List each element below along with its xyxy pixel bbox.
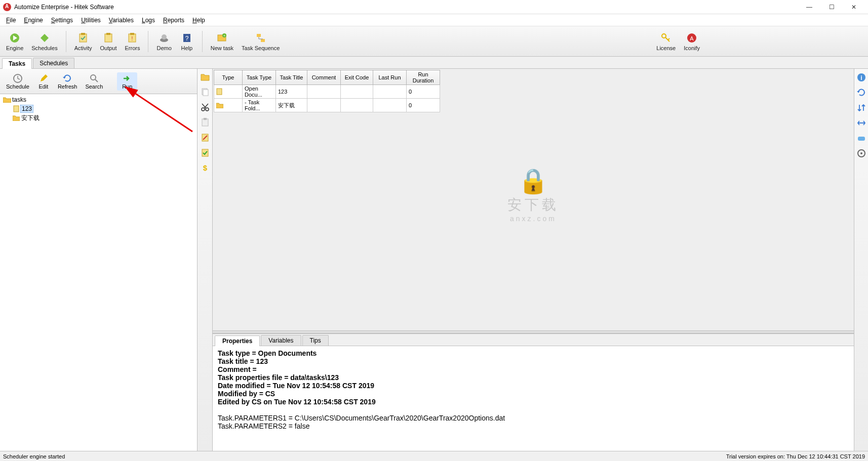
- middle-toolbar: $: [198, 69, 213, 451]
- task-table[interactable]: TypeTask TypeTask TitleCommentExit CodeL…: [214, 70, 440, 112]
- file-icon: [214, 85, 243, 99]
- left-toolbar: Schedule Edit Refresh Search Run: [0, 69, 197, 94]
- toolbar-spacer: [107, 80, 117, 82]
- activity-button[interactable]: Activity: [70, 31, 96, 52]
- tab-row: Tasks Schedules: [0, 57, 868, 69]
- svg-point-11: [162, 34, 167, 39]
- info-button[interactable]: i: [856, 72, 867, 83]
- menu-utilities[interactable]: Utilities: [77, 16, 105, 25]
- menu-logs[interactable]: Logs: [138, 16, 159, 25]
- dtab-tips[interactable]: Tips: [302, 335, 329, 346]
- task-tree[interactable]: tasks 123 安下载: [0, 94, 197, 451]
- maximize-button[interactable]: ☐: [820, 1, 843, 13]
- col-task-title[interactable]: Task Title: [276, 70, 307, 85]
- svg-rect-18: [261, 39, 265, 42]
- table-row[interactable]: - Task Fold...安下载0: [214, 99, 440, 112]
- folder-icon: [201, 73, 210, 81]
- col-exit-code[interactable]: Exit Code: [341, 70, 373, 85]
- table-row[interactable]: Open Docu...1230: [214, 85, 440, 99]
- col-last-run[interactable]: Last Run: [373, 70, 407, 85]
- clock-icon: [13, 73, 23, 83]
- width-button[interactable]: [856, 117, 867, 129]
- col-comment[interactable]: Comment: [307, 70, 341, 85]
- tree-item-anxz[interactable]: 安下载: [11, 113, 195, 122]
- license-button[interactable]: License: [652, 31, 680, 52]
- col-run-duration[interactable]: Run Duration: [407, 70, 440, 85]
- property-line: Task properties file = data\tasks\123: [218, 373, 849, 382]
- svg-text:i: i: [860, 74, 862, 81]
- menu-help[interactable]: Help: [188, 16, 209, 25]
- tab-schedules[interactable]: Schedules: [33, 58, 74, 68]
- search-button[interactable]: Search: [81, 72, 107, 91]
- folder-icon: [12, 114, 20, 121]
- detail-tab-row: Properties Variables Tips: [213, 334, 854, 346]
- check-button[interactable]: [199, 147, 211, 159]
- svg-marker-2: [41, 34, 49, 42]
- help-button[interactable]: ? Help: [176, 31, 198, 52]
- cost-button[interactable]: $: [199, 162, 211, 174]
- key-icon: [660, 32, 672, 44]
- engine-button[interactable]: Engine: [2, 31, 27, 52]
- sort-button[interactable]: [856, 102, 867, 113]
- close-button[interactable]: ✕: [843, 1, 865, 13]
- lock-icon: 🔒: [507, 166, 559, 195]
- run-button[interactable]: Run: [117, 72, 137, 91]
- watermark: 🔒 安下载 anxz.com: [507, 166, 559, 223]
- property-line: Task title = 123: [218, 357, 849, 365]
- tab-tasks[interactable]: Tasks: [2, 58, 32, 69]
- svg-marker-22: [63, 77, 66, 78]
- schedules-button[interactable]: Schedules: [27, 31, 61, 52]
- property-line: Date modified = Tue Nov 12 10:54:58 CST …: [218, 382, 849, 390]
- eraser-button[interactable]: [856, 133, 867, 144]
- edit-button[interactable]: Edit: [33, 72, 54, 91]
- tree-root[interactable]: tasks: [2, 95, 195, 104]
- settings-right-button[interactable]: [856, 148, 867, 159]
- help-icon: ?: [181, 32, 193, 44]
- demo-button[interactable]: Demo: [152, 31, 175, 52]
- copy-button[interactable]: [199, 86, 211, 98]
- property-line: Task.PARAMETERS2 = false: [218, 422, 849, 430]
- menu-engine[interactable]: Engine: [20, 16, 47, 25]
- newtask-icon: +: [216, 32, 228, 44]
- note-icon: [201, 133, 209, 142]
- newtask-button[interactable]: + New task: [207, 31, 238, 52]
- svg-text:?: ?: [185, 35, 188, 42]
- menu-file[interactable]: File: [2, 16, 20, 25]
- svg-rect-34: [217, 89, 222, 95]
- folder-icon: [214, 99, 243, 112]
- tasksequence-button[interactable]: Task Sequence: [238, 31, 284, 52]
- property-line: Comment =: [218, 365, 849, 373]
- output-button[interactable]: Output: [96, 31, 121, 52]
- refresh-button[interactable]: Refresh: [54, 72, 82, 91]
- svg-rect-6: [106, 33, 110, 35]
- tree-item-123[interactable]: 123: [11, 104, 195, 113]
- title-bar: Automize Enterprise - Hitek Software — ☐…: [0, 0, 868, 14]
- refresh-icon: [857, 88, 866, 97]
- newfolder-button[interactable]: [199, 71, 211, 83]
- menu-variables[interactable]: Variables: [105, 16, 138, 25]
- search-icon: [89, 73, 99, 83]
- cut-button[interactable]: [199, 101, 211, 113]
- svg-point-19: [662, 34, 666, 38]
- iconify-button[interactable]: A Iconify: [680, 31, 704, 52]
- width-icon: [857, 119, 866, 127]
- svg-rect-4: [81, 33, 85, 35]
- folder-open-icon: [3, 96, 11, 103]
- play-icon: [9, 32, 21, 44]
- minimize-button[interactable]: —: [798, 1, 820, 13]
- task-table-area[interactable]: TypeTask TypeTask TitleCommentExit CodeL…: [213, 69, 854, 330]
- col-type[interactable]: Type: [214, 70, 243, 85]
- schedule-button[interactable]: Schedule: [2, 72, 33, 91]
- errors-button[interactable]: ! Errors: [121, 31, 144, 52]
- dtab-properties[interactable]: Properties: [215, 336, 260, 346]
- detail-body[interactable]: Task type = Open DocumentsTask title = 1…: [213, 346, 854, 451]
- col-task-type[interactable]: Task Type: [243, 70, 276, 85]
- svg-rect-26: [203, 90, 208, 96]
- paste-button[interactable]: [199, 116, 211, 129]
- refresh-right-button[interactable]: [856, 87, 867, 98]
- dtab-variables[interactable]: Variables: [261, 335, 301, 346]
- note-button[interactable]: [199, 132, 211, 144]
- menu-settings[interactable]: Settings: [47, 16, 77, 25]
- menu-reports[interactable]: Reports: [159, 16, 188, 25]
- svg-marker-37: [857, 91, 860, 93]
